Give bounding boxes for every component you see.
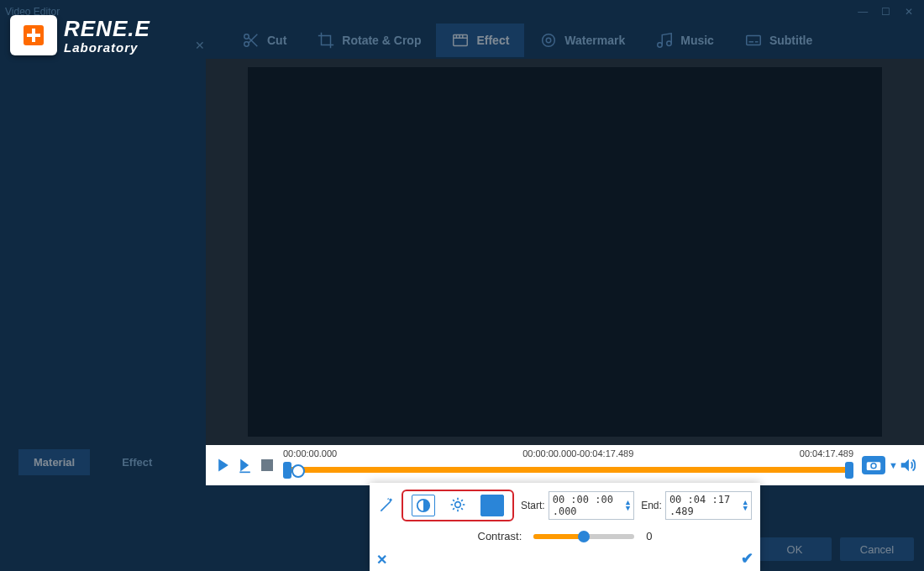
close-tab-icon[interactable]: ✕ (195, 39, 205, 52)
start-time-input[interactable]: 00 :00 :00 .000 ▲▼ (549, 491, 635, 520)
scissors-icon (242, 31, 260, 50)
snapshot-menu-caret[interactable]: ▼ (889, 460, 897, 470)
magic-wand-icon[interactable] (378, 497, 395, 514)
svg-line-33 (461, 508, 463, 510)
tab-music[interactable]: Music (640, 24, 729, 57)
svg-line-34 (453, 508, 454, 510)
svg-point-10 (547, 38, 552, 43)
preview-container (206, 59, 924, 445)
svg-point-0 (244, 34, 249, 39)
play-button[interactable] (214, 456, 233, 474)
svg-point-27 (455, 502, 461, 508)
timeline-end-label: 00:04:17.489 (800, 448, 853, 458)
end-time-input[interactable]: 00 :04 :17 .489 ▲▼ (665, 491, 752, 520)
tab-watermark[interactable]: Watermark (524, 24, 640, 57)
app-window: Video Editor — ☐ ✕ Cut Rotate & Crop Eff… (0, 0, 924, 571)
tab-effect[interactable]: Effect (436, 24, 524, 57)
contrast-slider-knob[interactable] (578, 531, 590, 542)
contrast-value: 0 (646, 530, 652, 542)
effect-mode-group (402, 490, 514, 521)
end-time-spinner[interactable]: ▲▼ (743, 500, 748, 511)
brand-logo: RENE.E Laboratory (10, 15, 150, 55)
end-time-label: End: (641, 500, 662, 511)
crop-icon (317, 31, 335, 50)
footer-buttons: OK Cancel (758, 537, 914, 561)
music-icon (655, 31, 674, 50)
mode-square[interactable] (480, 495, 504, 516)
snapshot-button[interactable] (862, 456, 885, 474)
watermark-icon (539, 31, 558, 50)
svg-line-3 (249, 34, 257, 43)
timeline-track[interactable] (288, 467, 848, 473)
minimize-icon[interactable]: — (853, 6, 873, 18)
panel-cancel-icon[interactable]: ✕ (376, 552, 387, 568)
timeline[interactable]: 00:00:00.000 00:00:00.000-00:04:17.489 0… (283, 452, 853, 479)
panel-confirm-icon[interactable]: ✔ (741, 549, 753, 568)
svg-point-1 (244, 42, 249, 47)
logo-icon (10, 15, 57, 55)
tab-music-label: Music (680, 34, 714, 47)
svg-marker-17 (240, 459, 249, 472)
sidebar-tab-material[interactable]: Material (18, 449, 90, 475)
cancel-button[interactable]: Cancel (840, 537, 914, 561)
transport-bar: 00:00:00.000 00:00:00.000-00:04:17.489 0… (206, 445, 924, 485)
mode-circle-half[interactable] (412, 495, 435, 516)
tab-watermark-label: Watermark (564, 34, 625, 47)
start-time-label: Start: (521, 500, 545, 511)
svg-rect-18 (239, 472, 250, 474)
timeline-range-label: 00:00:00.000-00:04:17.489 (522, 448, 633, 458)
svg-marker-21 (901, 459, 909, 472)
window-controls: — ☐ ✕ (853, 6, 919, 18)
play-range-button[interactable] (236, 456, 255, 474)
volume-button[interactable] (899, 456, 917, 474)
end-time-value: 00 :04 :17 .489 (669, 494, 740, 517)
tab-cut[interactable]: Cut (227, 24, 302, 57)
maximize-icon[interactable]: ☐ (876, 6, 896, 18)
brand-name: RENE.E (64, 18, 150, 39)
start-time-spinner[interactable]: ▲▼ (626, 500, 630, 511)
film-icon (451, 31, 470, 50)
tab-rotate-crop[interactable]: Rotate & Crop (302, 24, 436, 57)
video-preview[interactable] (248, 67, 882, 437)
contrast-label: Contrast: (478, 530, 522, 542)
timeline-start-label: 00:00:00.000 (283, 448, 337, 458)
svg-line-22 (381, 501, 391, 511)
sidebar-tab-effect[interactable]: Effect (107, 449, 167, 475)
sidebar: Material Effect (0, 59, 206, 571)
stop-button[interactable] (261, 459, 273, 471)
tab-subtitle-label: Subtitle (769, 34, 812, 47)
contrast-slider-fill (533, 534, 584, 539)
svg-line-35 (461, 500, 463, 501)
end-time-field: End: 00 :04 :17 .489 ▲▼ (641, 491, 752, 520)
svg-point-9 (543, 34, 555, 47)
start-time-field: Start: 00 :00 :00 .000 ▲▼ (521, 491, 634, 520)
svg-line-2 (249, 38, 257, 46)
svg-line-32 (453, 500, 454, 501)
start-time-value: 00 :00 :00 .000 (553, 494, 622, 517)
mode-brightness[interactable] (447, 495, 469, 515)
ok-button[interactable]: OK (758, 537, 832, 561)
svg-line-25 (388, 499, 389, 500)
trim-handle-start[interactable] (283, 462, 291, 479)
svg-rect-4 (454, 35, 468, 46)
close-icon[interactable]: ✕ (899, 6, 919, 18)
tab-cut-label: Cut (267, 34, 286, 47)
subtitle-icon (744, 31, 763, 50)
tab-subtitle[interactable]: Subtitle (729, 24, 827, 57)
svg-marker-16 (218, 459, 228, 472)
contrast-slider[interactable] (533, 534, 634, 539)
svg-point-12 (667, 41, 672, 45)
svg-rect-13 (747, 36, 761, 45)
tab-effect-label: Effect (476, 34, 509, 47)
playhead[interactable] (291, 464, 305, 478)
svg-point-11 (658, 43, 663, 48)
tab-rotate-label: Rotate & Crop (342, 34, 421, 47)
brand-sub: Laboratory (64, 41, 150, 54)
effect-settings-panel: Start: 00 :00 :00 .000 ▲▼ End: 00 :04 :1… (370, 483, 760, 571)
trim-handle-end[interactable] (845, 462, 853, 479)
